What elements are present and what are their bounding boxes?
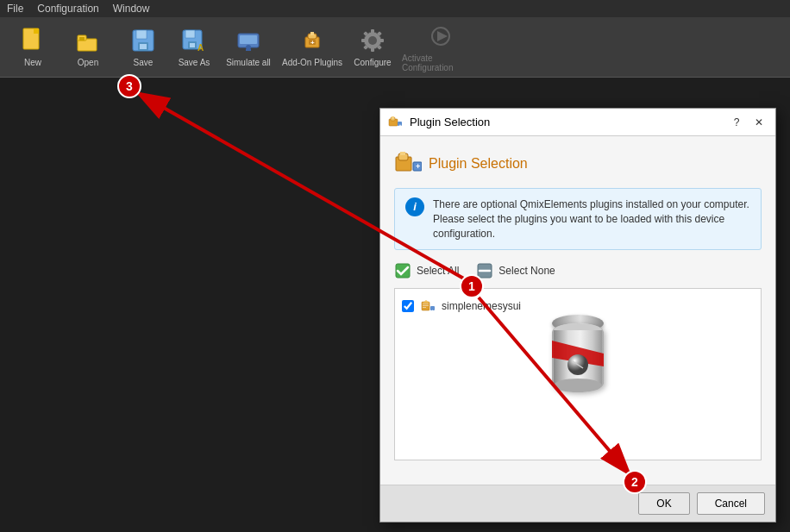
new-icon [19, 27, 47, 54]
plugin-selection-dialog: + Plugin Selection ? ✕ + Plugin Selectio… [379, 108, 776, 523]
menu-bar: File Configuration Window [0, 0, 790, 17]
select-row: Select All Select None [394, 262, 762, 279]
open-button[interactable]: Open [62, 22, 114, 73]
dialog-titlebar-buttons: ? ✕ [727, 113, 768, 132]
simulate-icon [235, 27, 262, 54]
menu-configuration[interactable]: Configuration [37, 3, 98, 15]
svg-rect-7 [136, 30, 147, 39]
svg-rect-53 [423, 307, 426, 308]
svg-point-58 [554, 379, 602, 392]
plugin-list: + simplenemesysui [394, 288, 762, 460]
addon-icon: + [298, 27, 326, 54]
select-none-label: Select None [498, 265, 555, 277]
cancel-button[interactable]: Cancel [697, 492, 765, 515]
svg-rect-9 [140, 44, 147, 49]
badge-1: 1 [460, 274, 484, 298]
activate-button[interactable]: Activate Configuration [402, 22, 480, 73]
addon-label: Add-On Plugins [282, 58, 342, 67]
info-text: There are optional QmixElements plugins … [433, 197, 750, 241]
select-all-button[interactable]: Select All [394, 262, 459, 279]
svg-text:+: + [416, 162, 420, 171]
svg-text:+: + [399, 122, 402, 128]
plugin-checkbox-0[interactable] [402, 300, 414, 312]
dialog-header-title-text: Plugin Selection [429, 156, 528, 172]
plugin-name-0: simplenemesysui [442, 300, 521, 312]
simulate-label: Simulate all [226, 58, 271, 67]
svg-text:+: + [310, 39, 315, 47]
save-label: Save [134, 58, 154, 67]
dialog-footer: OK Cancel [380, 485, 775, 522]
svg-marker-50 [423, 300, 429, 303]
dialog-title-icon: + [387, 115, 403, 130]
plugin-image [548, 323, 608, 401]
dialog-header-title: + Plugin Selection [394, 150, 762, 178]
configure-button[interactable]: Configure [347, 22, 398, 73]
ok-button[interactable]: OK [638, 492, 689, 515]
badge-2: 2 [623, 470, 647, 494]
activate-label: Activate Configuration [402, 53, 480, 72]
saveas-icon: A [180, 27, 208, 54]
dialog-title-text: Plugin Selection [410, 116, 720, 128]
svg-rect-52 [423, 305, 429, 306]
dialog-close-button[interactable]: ✕ [749, 113, 768, 132]
save-button[interactable]: Save [117, 22, 169, 73]
info-icon: i [405, 197, 424, 216]
info-box: i There are optional QmixElements plugin… [394, 188, 762, 250]
dialog-header-icon: + [394, 150, 422, 178]
svg-rect-13 [190, 43, 195, 47]
svg-rect-2 [34, 28, 39, 34]
save-icon [129, 27, 157, 54]
svg-marker-43 [400, 152, 405, 155]
menu-window[interactable]: Window [113, 3, 150, 15]
svg-marker-38 [392, 116, 394, 119]
svg-rect-27 [371, 47, 374, 52]
select-none-button[interactable]: Select None [476, 262, 555, 279]
open-label: Open [78, 58, 98, 67]
select-all-icon [394, 262, 411, 279]
svg-point-25 [368, 36, 377, 45]
svg-text:A: A [198, 43, 204, 53]
dialog-titlebar: + Plugin Selection ? ✕ [380, 109, 775, 136]
addon-button[interactable]: + Add-On Plugins [281, 22, 343, 73]
saveas-label: Save As [179, 58, 210, 67]
select-all-label: Select All [417, 265, 459, 277]
svg-rect-29 [379, 39, 384, 42]
plugin-item-0: + simplenemesysui [402, 296, 754, 316]
new-button[interactable]: New [7, 22, 59, 73]
svg-rect-18 [246, 49, 251, 51]
activate-icon [427, 22, 455, 50]
svg-rect-16 [240, 35, 257, 44]
svg-rect-26 [371, 29, 374, 34]
plugin-item-icon-0: + [421, 299, 435, 313]
svg-rect-11 [185, 30, 195, 38]
svg-marker-21 [310, 32, 314, 35]
svg-rect-28 [361, 39, 367, 42]
menu-file[interactable]: File [7, 3, 23, 15]
simulate-button[interactable]: Simulate all [219, 22, 278, 73]
svg-rect-51 [423, 304, 429, 304]
configure-icon [359, 27, 386, 54]
open-icon [74, 27, 102, 54]
dialog-help-button[interactable]: ? [727, 113, 746, 132]
dialog-content: + Plugin Selection i There are optional … [380, 136, 775, 485]
saveas-button[interactable]: A Save As [172, 22, 216, 73]
new-label: New [24, 58, 41, 67]
badge-3: 3 [117, 74, 141, 98]
svg-rect-5 [79, 37, 85, 41]
configure-label: Configure [354, 58, 391, 67]
svg-marker-35 [437, 31, 448, 41]
toolbar: New Open Save [0, 17, 790, 78]
